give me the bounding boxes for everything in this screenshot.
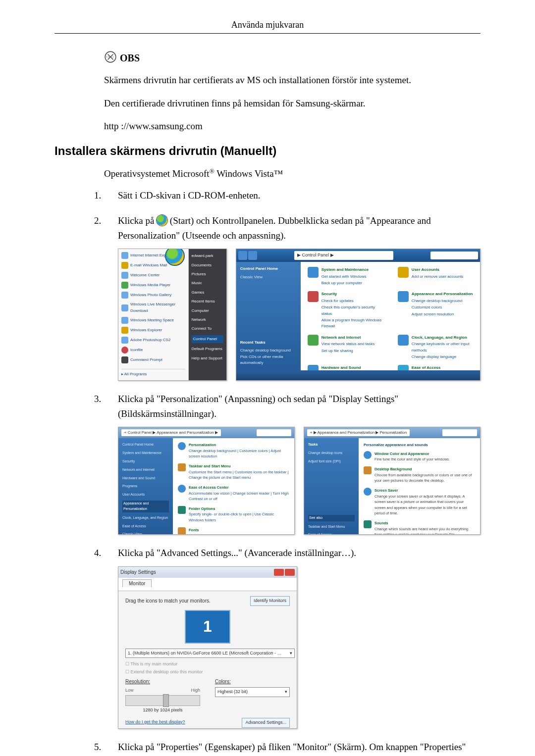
advanced-settings-button[interactable]: Advanced Settings... — [242, 718, 290, 728]
ap-item-title[interactable]: Fonts — [189, 527, 226, 533]
ap-side-item[interactable]: Clock, Language, and Region — [122, 515, 169, 521]
cp-recent-item[interactable]: Change desktop background — [240, 348, 297, 353]
start-menu-item[interactable]: Welcome Center — [121, 272, 185, 279]
colors-dropdown[interactable]: Highest (32 bit)▾ — [215, 687, 290, 697]
cp-category[interactable]: Network and InternetView network status … — [308, 335, 383, 360]
pz-taskbar-link[interactable]: Taskbar and Start Menu — [308, 524, 355, 530]
ap-side-item[interactable]: Classic View — [122, 532, 169, 535]
pz-item[interactable]: Desktop BackgroundChoose from available … — [364, 466, 475, 484]
start-right-item[interactable]: Games — [192, 290, 223, 296]
start-right-item[interactable]: Recent Items — [192, 299, 223, 304]
forward-icon[interactable] — [248, 251, 257, 260]
start-right-item[interactable]: Help and Support — [192, 355, 223, 361]
cp-recent-item[interactable]: Pick CDs or other media automatically — [240, 354, 297, 366]
ap-item-title[interactable]: Taskbar and Start Menu — [189, 463, 289, 469]
category-title[interactable]: Appearance and Personalization — [412, 291, 473, 297]
cp-classic-view-link[interactable]: Classic View — [240, 274, 297, 280]
ap-item[interactable]: Ease of Access CenterAccommodate low vis… — [178, 485, 289, 502]
category-link[interactable]: Customize colors — [412, 304, 473, 310]
pz-item-title[interactable]: Window Color and Appearance — [374, 451, 450, 457]
cp-category[interactable]: User AccountsAdd or remove user accounts — [398, 267, 473, 286]
category-title[interactable]: Clock, Language, and Region — [412, 335, 473, 341]
start-right-item[interactable]: Documents — [192, 262, 223, 268]
cp-category[interactable]: Clock, Language, and RegionChange keyboa… — [398, 335, 473, 360]
start-menu-item[interactable]: Windows Photo Gallery — [121, 292, 185, 299]
ap-item-title[interactable]: Folder Options — [189, 506, 289, 512]
help-link[interactable]: How do I get the best display? — [125, 719, 185, 726]
pz-item-title[interactable]: Sounds — [374, 520, 475, 526]
category-link[interactable]: Change display language — [412, 354, 473, 360]
pz-item[interactable]: Screen SaverChange your screen saver or … — [364, 488, 475, 516]
minimize-icon[interactable] — [274, 569, 284, 576]
start-right-item[interactable]: Default Programs — [192, 346, 223, 352]
start-right-item[interactable]: Control Panel — [192, 335, 223, 343]
category-link[interactable]: Adjust screen resolution — [412, 311, 473, 317]
category-title[interactable]: Security — [321, 291, 383, 297]
start-menu-item[interactable]: Windows Meeting Space — [121, 317, 185, 324]
ap-side-item[interactable]: Network and Internet — [122, 467, 169, 473]
category-link[interactable]: View network status and tasks — [321, 341, 374, 347]
start-menu-item[interactable]: Iconfile — [121, 347, 185, 353]
category-link[interactable]: Check for updates — [321, 298, 383, 304]
cp-category[interactable]: SecurityCheck for updatesCheck this comp… — [308, 291, 383, 329]
start-right-item[interactable]: Computer — [192, 308, 223, 314]
start-menu-item[interactable]: Command Prompt — [121, 356, 185, 363]
category-link[interactable]: Change keyboards or other input methods — [412, 341, 473, 353]
category-link[interactable]: Check this computer's security status — [321, 304, 383, 317]
ap-item-title[interactable]: Ease of Access Center — [189, 485, 289, 491]
category-link[interactable]: Set up file sharing — [321, 348, 374, 354]
category-link[interactable]: Allow a program through Windows Firewall — [321, 317, 383, 330]
cp-category[interactable]: System and MaintenanceGet started with W… — [308, 267, 383, 286]
start-right-item[interactable]: Network — [192, 317, 223, 323]
ap-breadcrumb[interactable]: « Control Panel ▶ Appearance and Persona… — [121, 429, 221, 436]
pz-item-title[interactable]: Desktop Background — [374, 466, 475, 472]
start-right-item[interactable]: Pictures — [192, 271, 223, 277]
ap-side-item[interactable]: Security — [122, 459, 169, 464]
pz-search-input[interactable] — [442, 429, 477, 436]
start-menu-item[interactable]: Windows Media Player — [121, 282, 185, 289]
cp-breadcrumb[interactable]: ▶ Control Panel ▶ — [294, 251, 393, 260]
category-title[interactable]: User Accounts — [412, 267, 464, 273]
start-menu-item[interactable]: Windows Live Messenger Download — [121, 302, 185, 314]
pz-ease-link[interactable]: Ease of Access — [308, 532, 355, 535]
start-menu-item[interactable]: Adobe Photoshop CS2 — [121, 337, 185, 344]
category-title[interactable]: System and Maintenance — [321, 267, 369, 273]
category-link[interactable]: Add or remove user accounts — [412, 274, 464, 280]
category-link[interactable]: Get started with Windows — [321, 274, 369, 280]
category-title[interactable]: Network and Internet — [321, 335, 374, 341]
ds-tab-monitor[interactable]: Monitor — [122, 579, 152, 587]
ap-item[interactable]: Taskbar and Start MenuCustomize the Star… — [178, 463, 289, 481]
all-programs[interactable]: ▸ All Programs — [121, 369, 185, 377]
ap-search-input[interactable] — [257, 429, 291, 436]
start-right-item[interactable]: Music — [192, 280, 223, 286]
pz-task-2[interactable]: Adjust font size (DPI) — [308, 459, 355, 464]
resolution-slider[interactable] — [125, 695, 200, 706]
start-right-item[interactable]: edward.park — [192, 253, 223, 259]
ap-item-title[interactable]: Personalization — [189, 442, 289, 448]
ap-side-item[interactable]: Programs — [122, 484, 169, 489]
pz-item-title[interactable]: Screen Saver — [374, 488, 475, 494]
pz-item[interactable]: SoundsChange which sounds are heard when… — [364, 520, 475, 535]
pz-task-1[interactable]: Change desktop icons — [308, 451, 355, 456]
cp-search-input[interactable] — [430, 252, 478, 259]
pz-breadcrumb[interactable]: « ▶ Appearance and Personalization ▶ Per… — [307, 429, 410, 436]
ap-side-item[interactable]: User Accounts — [122, 492, 169, 498]
cp-category[interactable]: Appearance and PersonalizationChange des… — [398, 291, 473, 329]
monitor-dropdown[interactable]: 1. (Multiple Monitors) on NVIDIA GeForce… — [125, 649, 295, 658]
ap-side-item[interactable]: Ease of Access — [122, 524, 169, 529]
ap-side-item[interactable]: Hardware and Sound — [122, 476, 169, 481]
ap-side-item[interactable]: Control Panel Home — [122, 442, 169, 448]
category-link[interactable]: Back up your computer — [321, 280, 369, 286]
identify-monitors-button[interactable]: Identify Monitors — [250, 596, 290, 606]
monitor-preview[interactable]: 1 — [185, 610, 230, 644]
ap-item[interactable]: Folder OptionsSpecify single- or double-… — [178, 506, 289, 523]
ap-side-item[interactable]: Appearance and Personalization — [122, 501, 169, 512]
close-icon[interactable] — [285, 569, 295, 576]
ap-side-item[interactable]: System and Maintenance — [122, 451, 169, 456]
start-menu-item[interactable]: Windows Explorer — [121, 327, 185, 334]
back-icon[interactable] — [238, 251, 247, 260]
ap-item[interactable]: FontsInstall or remove a font — [178, 527, 289, 535]
ap-item[interactable]: PersonalizationChange desktop background… — [178, 442, 289, 459]
pz-item[interactable]: Window Color and AppearanceFine tune the… — [364, 451, 475, 462]
category-link[interactable]: Change desktop background — [412, 298, 473, 304]
